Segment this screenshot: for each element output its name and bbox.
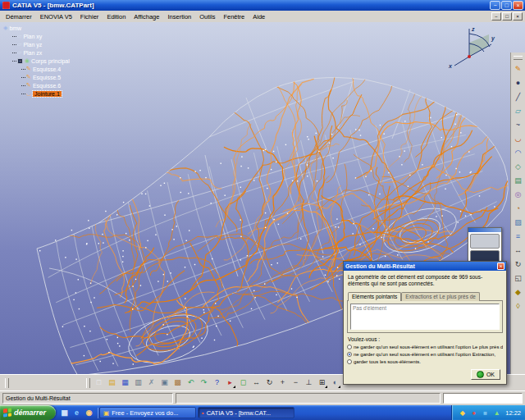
menu-demarrer[interactable]: Démarrer [2, 12, 36, 21]
fit-all-icon[interactable]: ◻ [237, 377, 249, 389]
radio-icon[interactable] [347, 352, 352, 357]
offset-icon[interactable]: ≡ [512, 231, 524, 243]
specification-tree: ◈ bmw ▱ Plan xy ▱ Plan yz ▱ Plan zx - ◉ … [3, 24, 70, 98]
toolbar-drag-handle[interactable] [86, 378, 90, 388]
split-icon[interactable]: ◠ [512, 147, 524, 159]
tree-item-corps-principal[interactable]: - ◉ Corps principal [12, 57, 70, 65]
toolbar-drag-handle[interactable] [5, 378, 9, 388]
print-icon[interactable]: ▥ [132, 377, 144, 389]
spline-icon[interactable]: ~ [512, 119, 524, 131]
menu-fichier[interactable]: Fichier [76, 12, 103, 21]
join-icon[interactable]: ◡ [512, 133, 524, 145]
option-le-plus-pres-de[interactable]: ne garder qu'un seul sous-élément en uti… [347, 344, 503, 351]
title-bar: CATIA V5 - [bmw.CATPart] −□× [0, 0, 525, 11]
start-button[interactable]: démarrer [0, 405, 56, 420]
doc-minimize-button[interactable]: − [491, 12, 501, 21]
line-icon[interactable]: ╱ [512, 91, 524, 103]
menu-edition[interactable]: Edition [103, 12, 130, 21]
ie-icon[interactable]: e [71, 408, 82, 418]
zoom-out-icon[interactable]: − [290, 377, 302, 389]
rotate-view-icon[interactable]: ↻ [263, 377, 276, 389]
tree-item-esquisse-6[interactable]: ✎ Esquisse.6 [21, 81, 70, 89]
menu-enovia-v5[interactable]: ENOVIA V5 [36, 12, 76, 21]
toolbar-drag-handle[interactable] [514, 56, 523, 60]
measure-icon[interactable]: ◊ [512, 300, 524, 313]
tree-item-plan-yz[interactable]: ▱ Plan yz [12, 40, 70, 48]
fill-icon[interactable]: ▨ [512, 217, 524, 229]
normal-view-icon[interactable]: ⊥ [303, 377, 315, 389]
tab-extractions[interactable]: Extractions et Le plus près de [401, 292, 480, 301]
minimize-button[interactable]: − [490, 1, 500, 10]
ok-check-icon [477, 371, 484, 378]
tree-item-plan-xy[interactable]: ▱ Plan xy [12, 32, 70, 40]
catia-window: CATIA V5 - [bmw.CATPart] −□× DémarrerENO… [0, 0, 525, 420]
sweep-icon[interactable]: ◔ [512, 203, 524, 215]
plane-icon[interactable]: ▱ [512, 105, 524, 117]
cut-icon[interactable]: ✗ [145, 377, 158, 389]
boundary-icon[interactable]: ◇ [512, 161, 524, 173]
tree-item-esquisse-5[interactable]: ✎ Esquisse.5 [21, 73, 70, 81]
tray-icon-updates[interactable]: ◆ [458, 409, 467, 418]
ok-button[interactable]: OK [471, 369, 500, 380]
tree-item-icon: ◉ [25, 57, 30, 64]
task-free-envoyez[interactable]: ▣ Free - Envoyez vos do... [99, 407, 196, 418]
show-desktop-icon[interactable]: ▦ [59, 408, 70, 418]
menu-affichage[interactable]: Affichage [130, 12, 163, 21]
scale-icon[interactable]: ◱ [512, 272, 524, 285]
tree-item-plan-zx[interactable]: ▱ Plan zx [12, 48, 70, 57]
extrude-icon[interactable]: ▤ [512, 175, 524, 187]
render-style-icon[interactable]: ◐ [329, 377, 341, 389]
tree-item-esquisse-4[interactable]: ✎ Esquisse.4 [21, 65, 70, 73]
orientation-compass[interactable]: z y x [446, 24, 497, 71]
menu-outils[interactable]: Outils [195, 12, 219, 21]
media-player-icon[interactable]: ◉ [84, 408, 94, 418]
multi-view-icon[interactable]: ⊞ [316, 377, 328, 389]
new-document-icon[interactable]: □ [93, 377, 105, 389]
rotate-icon[interactable]: ↻ [512, 258, 524, 271]
light-material-swatch[interactable] [470, 234, 500, 249]
copy-icon[interactable]: ▣ [158, 377, 171, 389]
option-extraction[interactable]: ne garder qu'un seul sous-élément en uti… [347, 351, 503, 358]
doc-close-button[interactable]: × [513, 12, 523, 21]
tree-expander-icon[interactable]: - [17, 58, 23, 64]
open-icon[interactable]: ▤ [106, 377, 118, 389]
revolve-icon[interactable]: ◎ [512, 189, 524, 201]
tray-icon-volume[interactable]: ▲ [492, 409, 501, 418]
tray-icon-network[interactable]: ■ [481, 409, 490, 418]
elements-listbox[interactable]: Pas d'élément [350, 304, 500, 330]
radio-icon[interactable] [347, 345, 352, 349]
translate-icon[interactable]: ↔ [512, 244, 524, 257]
loft-icon[interactable]: ◆ [512, 286, 524, 299]
close-button[interactable]: × [513, 1, 523, 10]
taskbar-tasks: ▣ Free - Envoyez vos do... ▪ CATIA V5 - … [98, 407, 295, 418]
radio-icon[interactable] [347, 359, 352, 364]
paste-icon[interactable]: ▩ [171, 377, 184, 389]
tab-elements-pointants[interactable]: Eléments pointants [348, 292, 401, 301]
dialog-close-icon[interactable]: × [497, 262, 504, 270]
tree-item-jointure-1[interactable]: ◡ Jointure.1 [21, 89, 70, 98]
dialog-options: ne garder qu'un seul sous-élément en uti… [347, 344, 503, 366]
task-catia-bmw[interactable]: ▪ CATIA V5 - [bmw.CAT... [198, 407, 294, 418]
restore-button[interactable]: □ [501, 1, 512, 10]
doc-restore-button[interactable]: □ [502, 12, 512, 21]
dialog-message: La géométrie de cet élément est composée… [348, 274, 502, 288]
zoom-in-icon[interactable]: + [276, 377, 289, 389]
save-icon[interactable]: ▦ [119, 377, 131, 389]
point-icon[interactable]: ● [512, 77, 524, 89]
power-input-field[interactable] [443, 393, 523, 404]
help-icon[interactable]: ? [211, 377, 223, 389]
menu-insertion[interactable]: Insertion [163, 12, 195, 21]
redo-icon[interactable]: ↷ [198, 377, 210, 389]
pan-icon[interactable]: ↔ [250, 377, 262, 389]
undo-icon[interactable]: ↶ [185, 377, 197, 389]
tree-item-icon: ✎ [26, 82, 31, 89]
tree-item-bmw[interactable]: ◈ bmw [3, 24, 70, 32]
menu-aide[interactable]: Aide [249, 12, 269, 21]
tray-icon-antivirus[interactable]: ● [469, 409, 478, 418]
fly-mode-icon[interactable]: ▸ [224, 377, 236, 389]
dialog-title-bar[interactable]: Gestion du Multi-Résultat × [344, 262, 506, 271]
status-hint-area [176, 393, 441, 404]
menu-fenetre[interactable]: Fenêtre [219, 12, 249, 21]
sketcher-icon[interactable]: ✎ [512, 63, 524, 75]
option-garder-tous[interactable]: garder tous les sous-éléments. [347, 358, 503, 366]
